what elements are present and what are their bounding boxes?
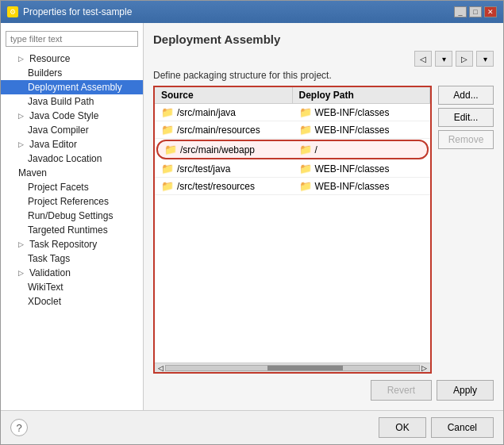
- sidebar-item-run-debug-settings[interactable]: Run/Debug Settings: [1, 209, 143, 223]
- table-header: Source Deploy Path: [155, 87, 430, 104]
- title-icon: ⚙: [7, 6, 18, 17]
- sidebar-item-task-tags[interactable]: Task Tags: [1, 251, 143, 266]
- revert-button[interactable]: Revert: [371, 380, 432, 401]
- sidebar-item-java-editor[interactable]: ▷ Java Editor: [1, 137, 143, 152]
- sidebar-item-label: Deployment Assembly: [28, 82, 122, 93]
- deploy-path: WEB-INF/classes: [315, 163, 390, 175]
- sidebar-item-builders[interactable]: Builders: [1, 66, 143, 80]
- cell-deploy: 📁 /: [293, 141, 428, 158]
- main-panel: Deployment Assembly ◁ ▾ ▷ ▾ Define packa…: [144, 23, 503, 410]
- folder-icon: 📁: [164, 144, 177, 155]
- sidebar-item-project-references[interactable]: Project References: [1, 194, 143, 209]
- dialog-title: Properties for test-sample: [23, 6, 132, 17]
- sidebar-item-label: Builders: [28, 67, 62, 79]
- sidebar: ▷ Resource Builders Deployment Assembly …: [1, 23, 144, 410]
- sidebar-item-label: XDoclet: [28, 296, 61, 307]
- sidebar-item-task-repository[interactable]: ▷ Task Repository: [1, 237, 143, 251]
- add-button[interactable]: Add...: [438, 86, 494, 105]
- table-row[interactable]: 📁 /src/test/java 📁 WEB-INF/classes: [155, 160, 430, 178]
- sidebar-item-maven[interactable]: Maven: [1, 166, 143, 180]
- sidebar-item-javadoc-location[interactable]: Javadoc Location: [1, 152, 143, 166]
- title-bar: ⚙ Properties for test-sample _ □ ✕: [1, 1, 503, 23]
- scrollbar-track[interactable]: [165, 365, 420, 371]
- sidebar-item-label: Java Editor: [29, 139, 77, 150]
- toolbar-back-button[interactable]: ◁: [414, 51, 432, 67]
- toolbar-forward-button[interactable]: ▷: [456, 51, 473, 67]
- sidebar-item-label: Java Build Path: [28, 96, 94, 107]
- dialog-window: ⚙ Properties for test-sample _ □ ✕ ▷ Res…: [0, 0, 504, 445]
- minimize-button[interactable]: _: [454, 6, 467, 17]
- revert-apply-row: Revert Apply: [153, 380, 494, 401]
- expand-arrow-icon: ▷: [18, 55, 26, 63]
- table-row[interactable]: 📁 /src/test/resources 📁 WEB-INF/classes: [155, 178, 430, 195]
- source-path: /src/main/webapp: [180, 144, 255, 155]
- sidebar-item-java-code-style[interactable]: ▷ Java Code Style: [1, 109, 143, 123]
- cancel-button[interactable]: Cancel: [431, 417, 494, 438]
- table-empty-area: [155, 195, 430, 363]
- folder-icon: 📁: [161, 124, 174, 136]
- close-button[interactable]: ✕: [484, 6, 497, 17]
- edit-button[interactable]: Edit...: [438, 108, 494, 127]
- folder-icon: 📁: [299, 163, 312, 175]
- col-deploy-header: Deploy Path: [293, 87, 431, 103]
- scroll-left-icon[interactable]: ◁: [156, 364, 165, 372]
- sidebar-item-label: WikiText: [28, 282, 63, 293]
- maximize-button[interactable]: □: [469, 6, 482, 17]
- panel-toolbar: ◁ ▾ ▷ ▾: [153, 51, 494, 67]
- sidebar-item-deployment-assembly[interactable]: Deployment Assembly: [1, 80, 143, 94]
- sidebar-item-label: Project Facets: [28, 182, 89, 193]
- dialog-body: ▷ Resource Builders Deployment Assembly …: [1, 23, 503, 410]
- sidebar-item-xdoclet[interactable]: XDoclet: [1, 294, 143, 309]
- source-path: /src/test/resources: [177, 181, 255, 192]
- sidebar-item-project-facets[interactable]: Project Facets: [1, 180, 143, 194]
- help-area: ?: [10, 419, 28, 436]
- toolbar-menu2-button[interactable]: ▾: [476, 51, 494, 67]
- sidebar-item-label: Java Compiler: [28, 125, 89, 136]
- title-controls: _ □ ✕: [454, 6, 497, 17]
- expand-arrow-icon: ▷: [18, 140, 26, 148]
- expand-arrow-icon: ▷: [18, 240, 26, 248]
- scroll-right-icon[interactable]: ▷: [420, 364, 429, 372]
- source-path: /src/main/java: [177, 107, 236, 118]
- horizontal-scrollbar[interactable]: ◁ ▷: [155, 363, 430, 372]
- cell-deploy: 📁 WEB-INF/classes: [293, 104, 431, 121]
- sidebar-item-resource[interactable]: ▷ Resource: [1, 52, 143, 66]
- remove-button[interactable]: Remove: [438, 130, 494, 149]
- sidebar-item-validation[interactable]: ▷ Validation: [1, 266, 143, 280]
- table-row-highlighted[interactable]: 📁 /src/main/webapp 📁 /: [156, 140, 429, 159]
- help-button[interactable]: ?: [10, 419, 28, 436]
- sidebar-item-targeted-runtimes[interactable]: Targeted Runtimes: [1, 223, 143, 237]
- cell-deploy: 📁 WEB-INF/classes: [293, 160, 431, 177]
- folder-icon: 📁: [299, 106, 312, 118]
- folder-icon: 📁: [161, 163, 174, 175]
- sidebar-item-label: Task Tags: [28, 253, 70, 264]
- deployment-table: Source Deploy Path 📁 /src/main/java 📁 WE…: [153, 86, 432, 374]
- apply-button[interactable]: Apply: [437, 380, 494, 401]
- sidebar-item-label: Javadoc Location: [28, 153, 102, 164]
- content-area: Source Deploy Path 📁 /src/main/java 📁 WE…: [153, 86, 494, 374]
- ok-button[interactable]: OK: [379, 417, 425, 438]
- filter-input[interactable]: [6, 31, 138, 47]
- sidebar-item-wikitext[interactable]: WikiText: [1, 280, 143, 294]
- sidebar-item-java-build-path[interactable]: Java Build Path: [1, 94, 143, 109]
- scrollbar-thumb[interactable]: [267, 366, 344, 370]
- sidebar-item-label: Maven: [18, 167, 47, 178]
- sidebar-item-label: Run/Debug Settings: [28, 210, 113, 221]
- ok-cancel-area: OK Cancel: [379, 417, 494, 438]
- sidebar-item-label: Targeted Runtimes: [28, 224, 108, 236]
- sidebar-item-label: Resource: [29, 53, 70, 64]
- folder-icon: 📁: [299, 124, 312, 136]
- cell-source: 📁 /src/main/java: [155, 104, 293, 121]
- folder-icon: 📁: [299, 180, 312, 192]
- col-source-header: Source: [155, 87, 293, 103]
- deploy-path: WEB-INF/classes: [315, 181, 390, 192]
- cell-source: 📁 /src/main/webapp: [158, 141, 293, 158]
- table-row[interactable]: 📁 /src/main/java 📁 WEB-INF/classes: [155, 104, 430, 121]
- panel-description: Define packaging structure for this proj…: [153, 70, 494, 81]
- sidebar-item-java-compiler[interactable]: Java Compiler: [1, 123, 143, 137]
- table-row[interactable]: 📁 /src/main/resources 📁 WEB-INF/classes: [155, 121, 430, 139]
- folder-icon: 📁: [161, 106, 174, 118]
- sidebar-item-label: Task Repository: [29, 239, 97, 250]
- toolbar-menu-button[interactable]: ▾: [435, 51, 452, 67]
- cell-deploy: 📁 WEB-INF/classes: [293, 178, 431, 194]
